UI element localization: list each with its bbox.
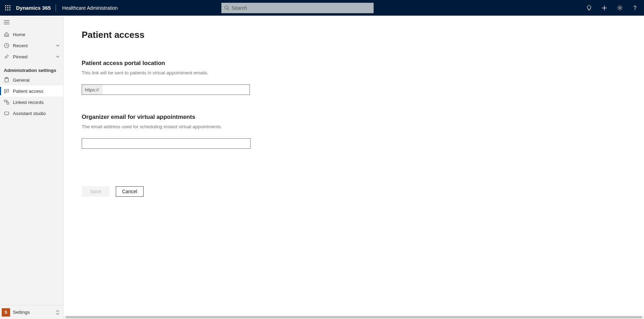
nav-label: Linked records bbox=[13, 100, 60, 105]
search-input[interactable] bbox=[229, 5, 371, 11]
clipboard-icon bbox=[4, 77, 9, 83]
svg-rect-7 bbox=[7, 9, 8, 10]
hamburger-icon bbox=[4, 20, 9, 25]
nav-recent[interactable]: Recent bbox=[0, 40, 63, 51]
cancel-button[interactable]: Cancel bbox=[116, 186, 144, 197]
portal-url-input-wrap: https:// bbox=[82, 84, 250, 95]
main-content: Patient access Patient access portal loc… bbox=[64, 16, 644, 319]
add-button[interactable] bbox=[597, 0, 612, 16]
nav-label: Assistant studio bbox=[13, 111, 60, 116]
home-icon bbox=[4, 32, 9, 37]
app-name: Dynamics 365 bbox=[16, 5, 56, 11]
search-icon bbox=[224, 5, 229, 10]
gear-icon bbox=[617, 5, 623, 11]
nav-linked-records[interactable]: Linked records bbox=[0, 97, 63, 108]
url-prefix: https:// bbox=[82, 85, 102, 95]
portal-url-input[interactable] bbox=[102, 85, 250, 95]
nav-label: General bbox=[13, 77, 60, 83]
nav-pinned[interactable]: Pinned bbox=[0, 51, 63, 62]
svg-point-15 bbox=[635, 9, 635, 10]
svg-rect-5 bbox=[9, 7, 10, 8]
chevron-down-icon bbox=[55, 43, 60, 48]
svg-rect-24 bbox=[5, 100, 7, 102]
nav-patient-access[interactable]: Patient access bbox=[0, 85, 63, 97]
svg-line-10 bbox=[228, 9, 229, 10]
horizontal-scrollbar[interactable] bbox=[64, 316, 644, 319]
section1-desc: This link will be sent to patients in vi… bbox=[82, 70, 626, 75]
scrollbar-thumb[interactable] bbox=[66, 316, 642, 318]
svg-rect-6 bbox=[5, 9, 6, 10]
section1-title: Patient access portal location bbox=[82, 60, 626, 67]
area-icon: S bbox=[2, 308, 10, 317]
svg-rect-25 bbox=[7, 103, 9, 104]
lightbulb-icon bbox=[586, 5, 592, 11]
svg-rect-1 bbox=[7, 5, 8, 6]
area-switcher[interactable]: S Settings bbox=[0, 305, 63, 319]
help-button[interactable] bbox=[627, 0, 643, 16]
svg-rect-3 bbox=[5, 7, 6, 8]
svg-rect-0 bbox=[5, 5, 6, 6]
help-icon bbox=[632, 5, 638, 11]
organizer-email-input[interactable] bbox=[82, 138, 251, 149]
svg-rect-8 bbox=[9, 9, 10, 10]
sidebar-toggle[interactable] bbox=[0, 16, 63, 29]
svg-point-9 bbox=[225, 6, 228, 9]
sidebar: Home Recent Pinned Administration settin… bbox=[0, 16, 64, 319]
area-label: Settings bbox=[13, 310, 55, 315]
ideas-button[interactable] bbox=[581, 0, 597, 16]
assistant-icon bbox=[4, 111, 9, 116]
linked-records-icon bbox=[4, 99, 9, 105]
svg-rect-2 bbox=[9, 5, 10, 6]
section2-desc: The email address used for scheduling in… bbox=[82, 124, 626, 129]
header-buttons bbox=[581, 0, 643, 16]
waffle-icon bbox=[5, 5, 11, 11]
nav-home[interactable]: Home bbox=[0, 29, 63, 40]
page-title: Patient access bbox=[82, 30, 626, 40]
svg-rect-4 bbox=[7, 7, 8, 8]
svg-rect-26 bbox=[5, 112, 9, 115]
nav-label: Recent bbox=[13, 43, 55, 48]
clock-icon bbox=[4, 43, 9, 48]
updown-icon bbox=[55, 310, 60, 315]
nav-label: Patient access bbox=[13, 89, 60, 94]
settings-button[interactable] bbox=[612, 0, 627, 16]
save-button[interactable]: Save bbox=[82, 186, 109, 197]
nav-section-admin: Administration settings bbox=[0, 62, 63, 74]
top-header: Dynamics 365 Healthcare Administration bbox=[0, 0, 644, 16]
chat-icon bbox=[4, 88, 9, 94]
nav-assistant-studio[interactable]: Assistant studio bbox=[0, 108, 63, 119]
global-search[interactable] bbox=[221, 3, 374, 13]
pin-icon bbox=[4, 54, 9, 59]
button-row: Save Cancel bbox=[82, 186, 626, 197]
header-divider bbox=[56, 5, 56, 11]
nav-label: Home bbox=[13, 32, 60, 37]
nav-general[interactable]: General bbox=[0, 74, 63, 85]
svg-point-14 bbox=[619, 7, 621, 9]
nav-label: Pinned bbox=[13, 54, 55, 59]
app-launcher-button[interactable] bbox=[0, 0, 16, 16]
module-name: Healthcare Administration bbox=[57, 5, 118, 11]
chevron-down-icon bbox=[55, 54, 60, 59]
section2-title: Organizer email for virtual appointments bbox=[82, 114, 626, 121]
plus-icon bbox=[602, 5, 607, 11]
